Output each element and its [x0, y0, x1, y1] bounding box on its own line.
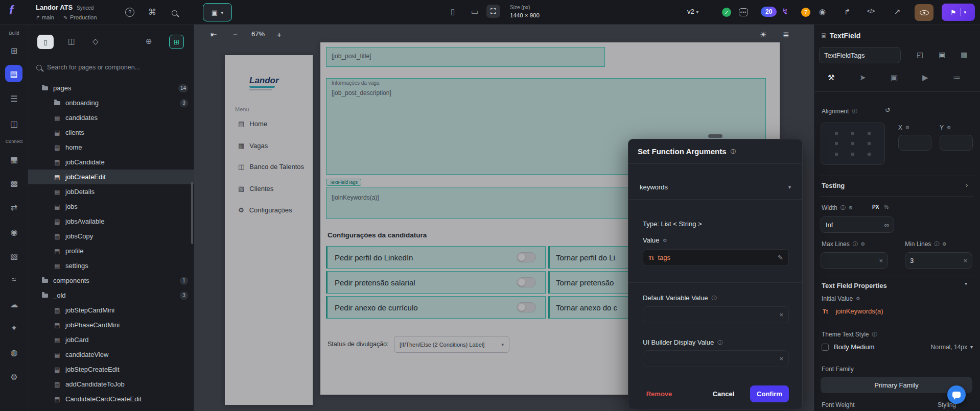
- theme-widget-icon[interactable]: ◰: [917, 51, 923, 59]
- tree-folder-onboarding[interactable]: onboarding3: [28, 95, 194, 110]
- clear-icon[interactable]: ×: [963, 257, 967, 264]
- support-chat-button[interactable]: [947, 385, 966, 404]
- comments-icon[interactable]: •••: [739, 8, 748, 16]
- ui-pages-tab[interactable]: ▯: [37, 35, 54, 49]
- widget-tree-icon[interactable]: ☰: [0, 94, 28, 104]
- new-file-icon[interactable]: ⊕: [146, 37, 152, 46]
- health-check-icon[interactable]: ✓: [722, 8, 731, 17]
- clear-icon[interactable]: ×: [779, 355, 783, 362]
- media-assets-icon[interactable]: ▧: [0, 251, 28, 261]
- tree-page-profile[interactable]: ▤profile: [28, 244, 194, 258]
- tree-comp-candidateview[interactable]: ▤candidateView: [28, 347, 194, 362]
- tree-comp-candidatecardcreateedit[interactable]: ▤CandidateCardCreateEdit: [28, 392, 194, 406]
- alignment-grid[interactable]: [821, 123, 885, 165]
- ui-display-input[interactable]: ×: [643, 350, 789, 367]
- debug-icon[interactable]: ◉: [819, 7, 826, 16]
- cancel-button[interactable]: Cancel: [709, 385, 738, 402]
- data-schema-icon[interactable]: ▩: [0, 178, 28, 188]
- alignment-y-input[interactable]: [940, 135, 973, 151]
- width-unit-percent[interactable]: %: [884, 204, 889, 210]
- automations-icon[interactable]: ≈: [0, 275, 28, 284]
- pages-icon[interactable]: ▤: [5, 65, 22, 82]
- lightning-icon[interactable]: ↯: [782, 7, 788, 16]
- edit-pencil-icon[interactable]: ✎: [778, 254, 783, 261]
- tree-comp-jobstepcardmini[interactable]: ▤jobStepCardMini: [28, 303, 194, 318]
- tree-page-settings[interactable]: ▤settings: [28, 258, 194, 273]
- cloud-functions-icon[interactable]: ☁: [0, 300, 28, 309]
- tree-page-jobsavailable[interactable]: ▤jobsAvailable: [28, 214, 194, 229]
- device-tablet-icon[interactable]: ▭: [471, 7, 478, 16]
- alignment-x-input[interactable]: [898, 135, 931, 151]
- tree-page-jobdetails[interactable]: ▤jobDetails: [28, 184, 194, 199]
- widget-tree-dropdown[interactable]: ▣ ▾: [203, 3, 232, 21]
- version-selector[interactable]: v2 ▾: [687, 8, 698, 15]
- git-branch-icon[interactable]: ↱: [844, 7, 851, 16]
- pages-search-input[interactable]: [47, 64, 170, 71]
- export-icon[interactable]: ↗: [894, 7, 901, 16]
- device-desktop-icon[interactable]: ⛶: [486, 5, 500, 18]
- tree-comp-jobphasecardmini[interactable]: ▤jobPhaseCardMini: [28, 318, 194, 332]
- clear-icon[interactable]: ×: [779, 311, 783, 319]
- code-view-icon[interactable]: </>: [867, 8, 874, 15]
- chevron-right-icon[interactable]: ›: [966, 181, 968, 189]
- tab-list-icon[interactable]: ≔: [953, 73, 961, 82]
- tree-folder-pages[interactable]: pages14: [28, 81, 194, 95]
- canvas-theme-icon[interactable]: ☀: [760, 30, 766, 39]
- zoom-out-icon[interactable]: −: [233, 30, 238, 39]
- collapse-panel-icon[interactable]: ⇤: [211, 30, 217, 39]
- tags-icon[interactable]: ◇: [92, 37, 99, 46]
- min-lines-input[interactable]: ×: [905, 252, 972, 269]
- tree-page-jobs[interactable]: ▤jobs: [28, 199, 194, 214]
- tree-comp-jobcard[interactable]: ▤jobCard: [28, 332, 194, 347]
- tree-folder-old[interactable]: _old3: [28, 288, 194, 303]
- tree-page-jobcreateedit[interactable]: ▤jobCreateEdit: [28, 170, 194, 184]
- auth-users-icon[interactable]: ◉: [0, 227, 28, 237]
- dialog-handle[interactable]: [708, 134, 722, 138]
- text-style-row[interactable]: Body Medium Normal, 14px ▾: [822, 343, 973, 351]
- tree-page-jobcandidate[interactable]: ▤jobCandidate: [28, 155, 194, 170]
- default-value-input[interactable]: ×: [643, 306, 789, 323]
- api-calls-icon[interactable]: ⇄: [0, 203, 28, 212]
- analytics-icon[interactable]: ◍: [0, 348, 28, 357]
- width-input[interactable]: ∞: [821, 216, 894, 233]
- tokens-badge[interactable]: 20: [761, 7, 777, 17]
- argument-selector[interactable]: keywords ▾: [628, 175, 802, 200]
- clear-icon[interactable]: ×: [879, 257, 883, 264]
- run-button[interactable]: ⚑ ▾: [942, 4, 975, 21]
- checkbox[interactable]: [822, 344, 829, 351]
- tree-comp-addcandidatetojob[interactable]: ▤addCandidateToJob: [28, 377, 194, 392]
- copy-widget-icon[interactable]: ▣: [939, 51, 945, 59]
- confirm-button[interactable]: Confirm: [750, 385, 789, 402]
- database-icon[interactable]: ▦: [0, 155, 28, 164]
- remove-button[interactable]: Remove: [643, 385, 675, 402]
- preview-button[interactable]: [915, 4, 934, 21]
- widget-select-icon[interactable]: ▦: [961, 51, 967, 59]
- value-input[interactable]: Tt tags ✎: [643, 249, 789, 266]
- text-field-properties-header[interactable]: Text Field Properties: [822, 282, 887, 289]
- tree-comp-jobstepcreateedit[interactable]: ▤jobStepCreateEdit: [28, 362, 194, 377]
- tab-properties-icon[interactable]: ⚒: [828, 73, 834, 82]
- branch-name[interactable]: main: [42, 14, 54, 20]
- tree-page-candidates[interactable]: ▤candidates: [28, 110, 194, 125]
- components-icon[interactable]: ◫: [0, 119, 28, 129]
- add-widget-icon[interactable]: ⊞: [0, 46, 28, 56]
- new-page-button[interactable]: ⊞: [169, 35, 184, 49]
- reset-icon[interactable]: ↺: [885, 106, 891, 114]
- search-icon[interactable]: [172, 9, 177, 17]
- tab-play-icon[interactable]: ▶: [922, 73, 928, 82]
- tree-page-home[interactable]: ▤home: [28, 140, 194, 155]
- environment-name[interactable]: Production: [70, 14, 97, 20]
- testing-section-header[interactable]: Testing: [822, 182, 845, 189]
- widget-name-input[interactable]: [824, 52, 896, 59]
- canvas-size-value[interactable]: 1440 × 900: [510, 12, 540, 18]
- alerts-badge[interactable]: 7: [801, 8, 810, 17]
- initial-value-row[interactable]: Tt joinKeywords(a): [823, 307, 883, 315]
- zoom-in-icon[interactable]: +: [277, 30, 282, 39]
- settings-gear-icon[interactable]: ⚙: [0, 372, 28, 382]
- width-unit-px[interactable]: PX: [872, 204, 879, 210]
- widget-name-field[interactable]: [819, 47, 901, 63]
- tree-page-clients[interactable]: ▤clients: [28, 125, 194, 140]
- zoom-level[interactable]: 67%: [251, 30, 265, 38]
- max-lines-input[interactable]: ×: [821, 252, 888, 269]
- layers-icon[interactable]: ◫: [68, 37, 75, 46]
